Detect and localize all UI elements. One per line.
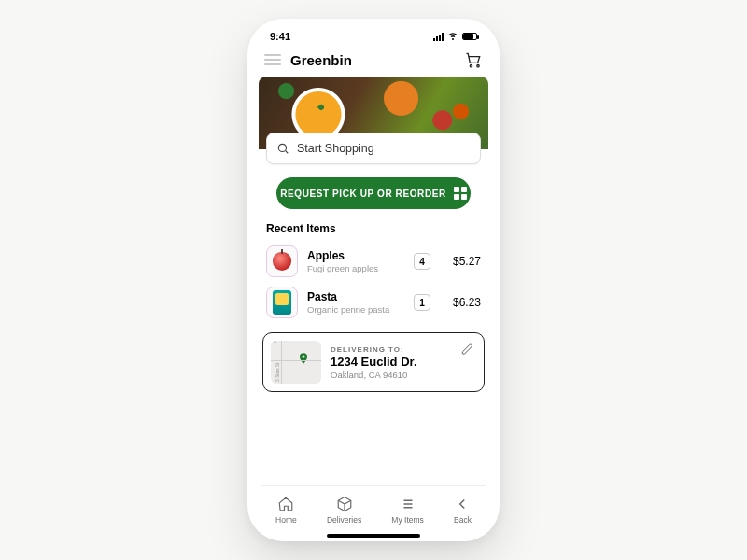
chevron-left-icon bbox=[454, 496, 471, 512]
address-text: DELIVERING TO: 1234 Euclid Dr. Oakland, … bbox=[331, 345, 417, 380]
item-subtitle: Fugi green apples bbox=[307, 263, 404, 273]
map-street-label: S Dearborn St bbox=[273, 341, 277, 343]
map-thumbnail: S Dearborn St S State St bbox=[271, 341, 321, 384]
package-icon bbox=[336, 496, 353, 512]
address-line1: 1234 Euclid Dr. bbox=[331, 355, 417, 369]
search-placeholder: Start Shopping bbox=[297, 142, 374, 155]
tab-label: Back bbox=[454, 515, 472, 525]
item-name: Pasta bbox=[307, 290, 404, 303]
tab-home[interactable]: Home bbox=[275, 496, 297, 525]
search-input[interactable]: Start Shopping bbox=[266, 133, 481, 164]
address-line2: Oakland, CA 94610 bbox=[331, 370, 417, 380]
menu-icon[interactable] bbox=[264, 54, 281, 65]
item-thumbnail bbox=[266, 287, 298, 318]
phone-frame: 9:41 Greenbin Start Shopping REQUEST PIC… bbox=[247, 19, 500, 541]
home-icon bbox=[277, 496, 294, 512]
list-icon bbox=[400, 496, 416, 512]
tab-bar: Home Deliveries My Items Back bbox=[261, 485, 486, 534]
svg-point-2 bbox=[278, 144, 286, 151]
cart-button[interactable] bbox=[464, 50, 483, 69]
item-price: $5.27 bbox=[440, 255, 481, 268]
map-street-label: S State St bbox=[275, 363, 280, 382]
search-icon bbox=[276, 142, 289, 155]
tab-label: Home bbox=[275, 515, 297, 525]
item-name: Apples bbox=[307, 249, 404, 262]
top-bar: Greenbin bbox=[261, 49, 486, 77]
tab-label: My Items bbox=[391, 515, 423, 525]
home-indicator bbox=[327, 534, 420, 538]
delivery-address-card[interactable]: S Dearborn St S State St DELIVERING TO: … bbox=[262, 332, 485, 392]
svg-point-1 bbox=[477, 65, 479, 67]
tab-deliveries[interactable]: Deliveries bbox=[327, 496, 361, 525]
address-label: DELIVERING TO: bbox=[331, 345, 417, 354]
list-item[interactable]: Pasta Organic penne pasta 1 $6.23 bbox=[261, 282, 486, 323]
item-qty[interactable]: 4 bbox=[414, 253, 430, 270]
item-thumbnail bbox=[266, 245, 298, 277]
apple-icon bbox=[273, 252, 291, 271]
item-qty[interactable]: 1 bbox=[414, 294, 430, 311]
map-pin-icon bbox=[297, 352, 310, 365]
status-bar: 9:41 bbox=[261, 28, 486, 49]
battery-icon bbox=[462, 33, 477, 40]
tab-my-items[interactable]: My Items bbox=[391, 496, 423, 525]
status-indicators bbox=[433, 30, 477, 43]
recent-items-heading: Recent Items bbox=[261, 218, 486, 241]
pasta-icon bbox=[273, 290, 291, 315]
tab-label: Deliveries bbox=[327, 515, 361, 525]
item-price: $6.23 bbox=[440, 296, 481, 309]
item-subtitle: Organic penne pasta bbox=[307, 304, 404, 315]
cellular-icon bbox=[433, 33, 444, 41]
status-time: 9:41 bbox=[270, 31, 290, 42]
request-pickup-button[interactable]: REQUEST PICK UP OR REORDER bbox=[276, 177, 471, 209]
edit-address-button[interactable] bbox=[461, 343, 474, 356]
tab-back[interactable]: Back bbox=[454, 496, 472, 525]
list-item[interactable]: Apples Fugi green apples 4 $5.27 bbox=[261, 241, 486, 282]
svg-line-3 bbox=[286, 151, 289, 154]
app-title: Greenbin bbox=[290, 52, 352, 68]
wifi-icon bbox=[447, 30, 458, 43]
cta-label: REQUEST PICK UP OR REORDER bbox=[280, 189, 446, 199]
svg-point-0 bbox=[470, 65, 472, 67]
qr-icon bbox=[454, 187, 467, 200]
